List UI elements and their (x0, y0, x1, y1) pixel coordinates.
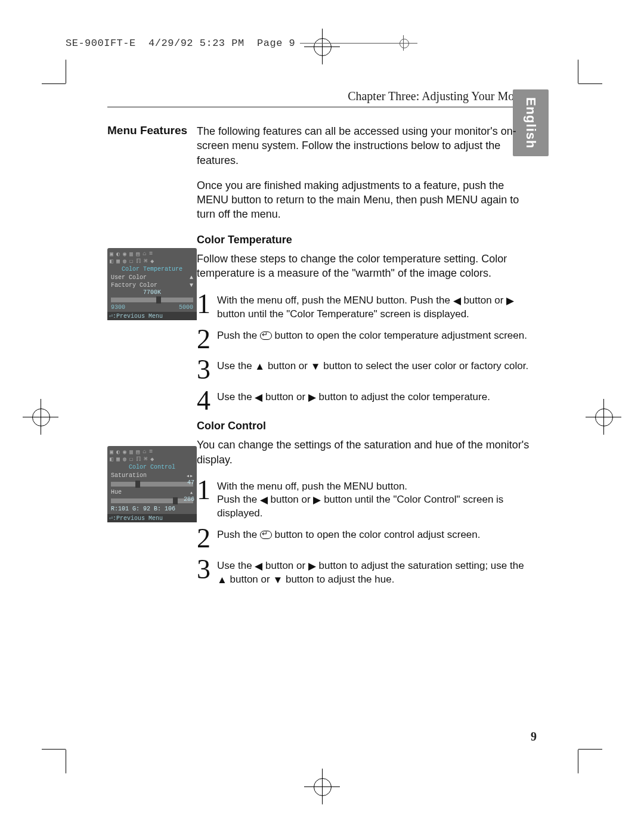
right-triangle-icon: ▶ (308, 560, 316, 573)
crop-mark-tl (66, 60, 89, 83)
step-number: 3 (197, 557, 217, 587)
osd-sat-val: 47 (187, 479, 194, 486)
step-number: 2 (197, 327, 217, 351)
subheading-color-control: Color Control (197, 419, 537, 433)
osd-title-2: Color Control (110, 464, 194, 470)
step-ct-4: 4 Use the ◀ button or ▶ button to adjust… (197, 388, 537, 413)
osd-scale-high: 5000 (179, 304, 193, 311)
step-cc-1: 1 With the menu off, push the MENU butto… (197, 478, 537, 520)
osd-color-temperature: ▣◐◉▥▤⌂≡ ◧▦◍☐ℿ⌘◆ Color Temperature User C… (107, 248, 197, 320)
subheading-color-temperature: Color Temperature (197, 233, 537, 247)
osd-slider (111, 298, 193, 302)
step-ct-3: 3 Use the ▲ button or ▼ button to select… (197, 357, 537, 382)
osd-row-factory: Factory Color (111, 282, 157, 289)
step-number: 1 (197, 478, 217, 520)
down-triangle-icon: ▼ (190, 282, 193, 289)
osd-color-control: ▣◐◉▥▤⌂≡ ◧▦◍☐ℿ⌘◆ Color Control Saturation… (107, 446, 197, 522)
slug-text: SE-900IFT-E 4/29/92 5:23 PM Page 9 (66, 38, 295, 49)
osd-prev-menu: :Previous Menu (113, 313, 163, 320)
crop-mark-tr (555, 60, 578, 83)
chapter-title: Chapter Three: Adjusting Your Monitor (107, 89, 537, 107)
left-triangle-icon: ◀ (255, 560, 262, 573)
left-triangle-icon: ◀ (453, 295, 461, 308)
osd-temp-value: 7700K (110, 289, 194, 296)
color-temp-lead: Follow these steps to change the color t… (197, 252, 537, 281)
osd-hue-val: 286 (184, 496, 194, 503)
step-cc-3: 3 Use the ◀ button or ▶ button to adjust… (197, 557, 537, 587)
left-triangle-icon: ◀ (260, 494, 268, 507)
step-ct-2: 2 Push the button to open the color temp… (197, 327, 537, 351)
up-triangle-icon: ▲ (190, 274, 193, 281)
left-triangle-icon: ◀ (255, 391, 262, 404)
osd-slider-sat: 47 (111, 482, 193, 487)
step-number: 2 (197, 526, 217, 550)
enter-button-icon (260, 531, 272, 539)
intro-paragraph-2: Once you are finished making adjustments… (197, 178, 537, 222)
step-number: 1 (197, 292, 217, 321)
down-triangle-icon: ▼ (273, 574, 283, 587)
right-triangle-icon: ▶ (506, 295, 514, 308)
osd-rgb: R:101 G: 92 B: 106 (111, 506, 175, 512)
osd-slider-hue: 286 (111, 498, 193, 503)
step-number: 4 (197, 388, 217, 413)
step-ct-1: 1 With the menu off, push the MENU butto… (197, 292, 537, 321)
up-triangle-icon: ▲ (255, 360, 265, 373)
osd-scale-low: 9300 (111, 304, 125, 311)
osd-row-user: User Color (111, 274, 147, 281)
registration-mark-bottom (304, 769, 340, 804)
right-triangle-icon: ▶ (308, 391, 316, 404)
crop-mark-br (555, 750, 578, 773)
intro-paragraph-1: The following features can all be access… (197, 124, 537, 168)
color-control-lead: You can change the settings of the satur… (197, 438, 537, 467)
slug-line: SE-900IFT-E 4/29/92 5:23 PM Page 9 (66, 33, 417, 53)
osd-prev-menu-2: :Previous Menu (113, 515, 163, 522)
osd-row-sat: Saturation (111, 472, 147, 479)
enter-button-icon (260, 332, 272, 340)
registration-mark-left (23, 399, 58, 435)
right-triangle-icon: ▶ (313, 494, 321, 507)
crop-mark-bl (66, 750, 89, 773)
osd-row-hue: Hue (111, 489, 122, 496)
registration-mark-right (586, 399, 621, 435)
section-heading: Menu Features (107, 124, 197, 137)
up-triangle-icon: ▲ (217, 574, 227, 587)
step-number: 3 (197, 357, 217, 382)
step-cc-2: 2 Push the button to open the color cont… (197, 526, 537, 550)
down-triangle-icon: ▼ (311, 360, 321, 373)
page-number: 9 (531, 730, 537, 744)
osd-title: Color Temperature (110, 266, 194, 272)
